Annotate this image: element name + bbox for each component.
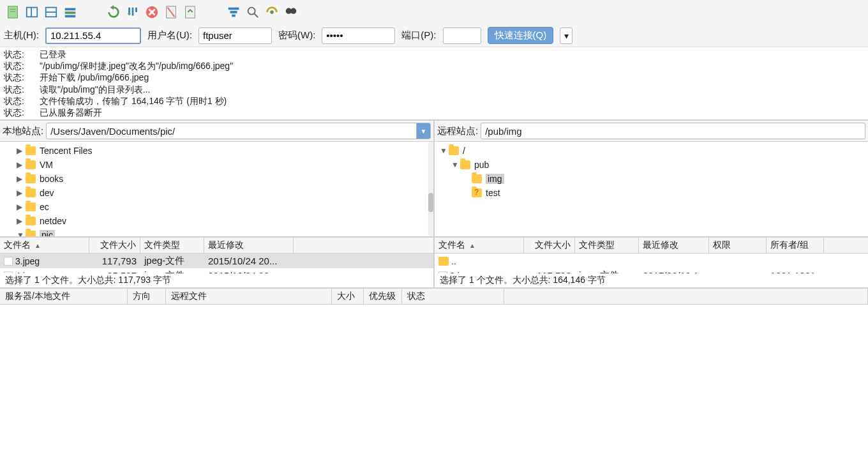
host-input[interactable] bbox=[45, 27, 141, 44]
disclosure-icon[interactable]: ▶ bbox=[17, 202, 26, 211]
connect-history-dropdown[interactable]: ▾ bbox=[560, 27, 572, 44]
disclosure-icon[interactable]: ▶ bbox=[17, 160, 26, 169]
svg-point-19 bbox=[248, 8, 255, 15]
svg-rect-8 bbox=[65, 11, 76, 14]
col-owner[interactable]: 所有者/组 bbox=[767, 238, 824, 253]
qcol-remote[interactable]: 远程文件 bbox=[166, 289, 332, 304]
disclosure-icon[interactable]: ▶ bbox=[17, 146, 26, 155]
folder-icon bbox=[472, 174, 482, 183]
filter-icon[interactable] bbox=[226, 4, 241, 20]
file-row[interactable]: 4.jpeg85,597jpeg-文件2015/10/24 20... bbox=[0, 268, 433, 273]
col-filesize[interactable]: 文件大小 bbox=[524, 238, 575, 253]
remote-site-label: 远程站点: bbox=[437, 125, 478, 137]
folder-icon bbox=[26, 202, 36, 211]
cancel-icon[interactable] bbox=[144, 4, 160, 20]
parent-dir-row[interactable]: .. bbox=[435, 254, 868, 268]
col-permissions[interactable]: 权限 bbox=[709, 238, 767, 253]
col-filetype[interactable]: 文件类型 bbox=[140, 238, 204, 253]
tree-item[interactable]: ▼pic bbox=[0, 228, 433, 238]
local-tree[interactable]: ▶Tencent Files▶VM▶books▶dev▶ec▶netdev▼pi… bbox=[0, 142, 433, 238]
qcol-direction[interactable]: 方向 bbox=[128, 289, 166, 304]
tree-item[interactable]: ▶ec bbox=[0, 200, 433, 214]
disclosure-icon[interactable]: ▼ bbox=[440, 146, 449, 155]
svg-rect-15 bbox=[186, 6, 195, 18]
file-icon bbox=[4, 257, 13, 266]
disclosure-icon[interactable]: ▶ bbox=[17, 188, 26, 197]
svg-rect-17 bbox=[230, 11, 237, 13]
qcol-state[interactable]: 状态 bbox=[402, 289, 504, 304]
search-icon[interactable] bbox=[245, 4, 260, 20]
toggle-log-icon[interactable] bbox=[43, 4, 59, 20]
col-filetype[interactable]: 文件类型 bbox=[575, 238, 639, 253]
tree-item[interactable]: ▼/ bbox=[435, 144, 868, 158]
queue-header[interactable]: 服务器/本地文件 方向 远程文件 大小 优先级 状态 bbox=[0, 289, 868, 305]
reconnect-icon[interactable] bbox=[183, 4, 198, 20]
disclosure-icon[interactable]: ▼ bbox=[17, 231, 26, 238]
tree-item[interactable]: ▼pub bbox=[435, 158, 868, 172]
col-filename[interactable]: 文件名▲ bbox=[435, 238, 524, 253]
col-modified[interactable]: 最近修改 bbox=[639, 238, 709, 253]
tree-item[interactable]: ▶books bbox=[0, 172, 433, 186]
remote-path-select[interactable]: /pub/img bbox=[481, 123, 865, 139]
disclosure-icon[interactable]: ▶ bbox=[17, 217, 26, 225]
log-line: 状态:开始下载 /pub/img/666.jpeg bbox=[4, 72, 864, 83]
remote-tree[interactable]: ▼/▼pubimgtest bbox=[435, 142, 868, 238]
toggle-tree-icon[interactable] bbox=[24, 4, 40, 20]
qcol-server[interactable]: 服务器/本地文件 bbox=[0, 289, 128, 304]
tree-item[interactable]: ▶netdev bbox=[0, 214, 433, 228]
folder-icon bbox=[26, 231, 36, 238]
local-path-dropdown[interactable]: ▼ bbox=[416, 123, 430, 139]
process-queue-icon[interactable] bbox=[125, 4, 140, 20]
file-icon bbox=[4, 271, 13, 273]
disclosure-icon[interactable]: ▼ bbox=[451, 160, 460, 169]
local-site-label: 本地站点: bbox=[3, 125, 43, 137]
file-row[interactable]: 3.jpeg117,793jpeg-文件2017/08/12 1...-rw-r… bbox=[435, 268, 868, 273]
sort-asc-icon: ▲ bbox=[469, 242, 475, 249]
folder-icon bbox=[449, 146, 459, 155]
site-manager-icon[interactable] bbox=[5, 4, 20, 20]
svg-rect-9 bbox=[65, 15, 76, 18]
col-filename[interactable]: 文件名▲ bbox=[0, 238, 89, 253]
main-toolbar bbox=[0, 0, 868, 24]
disconnect-icon[interactable] bbox=[163, 4, 179, 20]
qcol-size[interactable]: 大小 bbox=[332, 289, 364, 304]
file-row[interactable]: 3.jpeg117,793jpeg-文件2015/10/24 20... bbox=[0, 254, 433, 268]
local-pane: 本地站点: /Users/Javen/Documents/pic/ ▼ ▶Ten… bbox=[0, 121, 435, 288]
tree-item[interactable]: ▶Tencent Files bbox=[0, 144, 433, 158]
tree-item[interactable]: test bbox=[435, 186, 868, 200]
browsers: 本地站点: /Users/Javen/Documents/pic/ ▼ ▶Ten… bbox=[0, 121, 868, 288]
qcol-priority[interactable]: 优先级 bbox=[364, 289, 402, 304]
log-line: 状态:已从服务器断开 bbox=[4, 107, 864, 118]
local-list-header[interactable]: 文件名▲ 文件大小 文件类型 最近修改 bbox=[0, 238, 433, 254]
queue-body[interactable] bbox=[0, 305, 868, 472]
local-path-select[interactable]: /Users/Javen/Documents/pic/ ▼ bbox=[46, 123, 431, 139]
pass-input[interactable] bbox=[322, 27, 395, 44]
tree-item[interactable]: img bbox=[435, 172, 868, 186]
local-listview[interactable]: 文件名▲ 文件大小 文件类型 最近修改 3.jpeg117,793jpeg-文件… bbox=[0, 238, 433, 273]
quick-connect-button[interactable]: 快速连接(Q) bbox=[488, 27, 554, 44]
remote-status: 选择了 1 个文件。大小总共: 164,146 字节 bbox=[435, 273, 868, 289]
svg-line-20 bbox=[255, 14, 258, 18]
tree-item[interactable]: ▶VM bbox=[0, 158, 433, 172]
svg-rect-16 bbox=[228, 8, 239, 10]
folder-icon bbox=[26, 174, 36, 183]
user-input[interactable] bbox=[198, 27, 272, 44]
log-panel: 状态:已登录状态:"/pub/img/保时捷.jpeg"改名为"/pub/img… bbox=[0, 47, 868, 121]
compare-icon[interactable] bbox=[264, 4, 280, 20]
user-label: 用户名(U): bbox=[147, 29, 192, 42]
toggle-queue-icon[interactable] bbox=[63, 4, 78, 20]
col-modified[interactable]: 最近修改 bbox=[204, 238, 294, 253]
find-icon[interactable] bbox=[283, 4, 299, 20]
chevron-down-icon: ▼ bbox=[417, 128, 431, 135]
refresh-icon[interactable] bbox=[106, 4, 121, 20]
remote-pane: 远程站点: /pub/img ▼/▼pubimgtest 文件名▲ 文件大小 文… bbox=[435, 121, 868, 288]
pass-label: 密码(W): bbox=[278, 29, 315, 42]
tree-item[interactable]: ▶dev bbox=[0, 186, 433, 200]
scrollbar[interactable] bbox=[428, 142, 433, 236]
remote-listview[interactable]: 文件名▲ 文件大小 文件类型 最近修改 权限 所有者/组 ..3.jpeg117… bbox=[435, 238, 868, 273]
remote-list-header[interactable]: 文件名▲ 文件大小 文件类型 最近修改 权限 所有者/组 bbox=[435, 238, 868, 254]
svg-rect-7 bbox=[65, 8, 76, 11]
col-filesize[interactable]: 文件大小 bbox=[89, 238, 140, 253]
disclosure-icon[interactable]: ▶ bbox=[17, 174, 26, 183]
port-input[interactable] bbox=[443, 27, 481, 44]
